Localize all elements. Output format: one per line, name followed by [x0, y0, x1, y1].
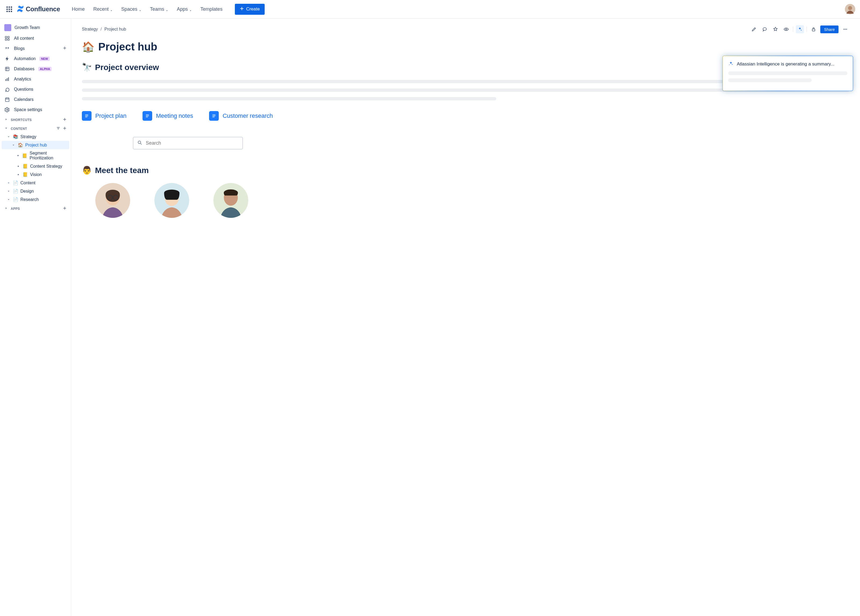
plus-icon[interactable]	[63, 46, 67, 51]
svg-rect-2	[5, 36, 7, 38]
svg-rect-11	[8, 77, 9, 81]
chevron-down-icon[interactable]	[6, 181, 11, 185]
quote-icon	[4, 45, 10, 52]
meet-team-heading: 👨 Meet the team	[82, 166, 849, 175]
lock-icon[interactable]	[810, 25, 818, 33]
svg-point-1	[848, 6, 852, 10]
watch-icon[interactable]	[782, 25, 790, 33]
tree-segment-label: Segment Prioritization	[30, 151, 67, 160]
svg-point-16	[7, 109, 8, 111]
search-input[interactable]	[146, 140, 239, 146]
sidebar-analytics[interactable]: Analytics	[2, 74, 69, 84]
svg-rect-22	[812, 29, 815, 31]
page-icon: 📄	[13, 197, 18, 202]
tree-strategy-label: Strategy	[20, 135, 36, 139]
confluence-logo[interactable]: Confluence	[17, 5, 60, 13]
page-title-text: Project hub	[98, 41, 157, 53]
tree-research-label: Research	[20, 197, 39, 202]
chevron-right-icon[interactable]	[4, 206, 8, 211]
chevron-down-icon[interactable]	[4, 126, 8, 131]
tree-vision[interactable]: • 📒 Vision	[2, 170, 69, 179]
svg-line-36	[141, 144, 142, 144]
plus-icon[interactable]	[63, 206, 67, 211]
tree-vision-label: Vision	[30, 172, 42, 177]
lightning-icon	[4, 56, 10, 62]
svg-rect-31	[146, 117, 148, 117]
sidebar-all-content-label: All content	[14, 36, 34, 41]
chevron-right-icon[interactable]	[4, 118, 8, 122]
svg-rect-4	[5, 39, 7, 41]
breadcrumb: Strategy / Project hub	[82, 27, 126, 32]
chevron-down-icon[interactable]	[6, 135, 11, 138]
tree-project-hub[interactable]: 🏠 Project hub	[2, 141, 69, 149]
chevron-down-icon[interactable]	[11, 144, 16, 147]
page-icon: 📄	[13, 180, 18, 185]
team-avatars	[82, 183, 849, 218]
sidebar-automation-label: Automation	[14, 56, 36, 61]
svg-rect-28	[85, 117, 87, 117]
chevron-down-icon[interactable]	[6, 190, 11, 193]
doc-customer-research-label: Customer research	[223, 113, 273, 119]
app-switcher-icon[interactable]	[5, 5, 13, 13]
star-icon[interactable]	[771, 25, 780, 33]
breadcrumb-current[interactable]: Project hub	[104, 27, 126, 32]
nav-apps[interactable]: Apps	[173, 4, 196, 14]
sidebar-databases[interactable]: Databases ALPHA	[2, 64, 69, 74]
filter-icon[interactable]	[56, 126, 60, 131]
sidebar-space-settings[interactable]: Space settings	[2, 105, 69, 115]
telescope-icon: 🔭	[82, 63, 92, 72]
content-section-header
-header: CONTENT	[2, 124, 69, 133]
svg-point-25	[846, 29, 847, 30]
create-button[interactable]: Create	[235, 4, 265, 15]
share-button[interactable]: Share	[820, 25, 838, 33]
sidebar-calendars[interactable]: Calendars	[2, 94, 69, 105]
nav-templates[interactable]: Templates	[197, 4, 226, 14]
team-member-avatar[interactable]	[95, 183, 130, 218]
tree-content-strategy[interactable]: • 📒 Content Strategy	[2, 162, 69, 170]
doc-customer-research[interactable]: Customer research	[209, 111, 273, 121]
tree-content-strategy-label: Content Strategy	[30, 164, 62, 169]
svg-rect-3	[8, 36, 9, 38]
tree-research[interactable]: 📄 Research	[2, 195, 69, 204]
nav-home[interactable]: Home	[68, 4, 89, 14]
tree-design-label: Design	[20, 189, 34, 194]
skeleton-line	[728, 78, 812, 82]
edit-icon[interactable]	[750, 25, 758, 33]
plus-icon[interactable]	[63, 126, 67, 131]
sidebar-databases-label: Databases	[14, 67, 35, 71]
tree-design[interactable]: 📄 Design	[2, 187, 69, 195]
doc-meeting-notes-label: Meeting notes	[156, 113, 193, 119]
user-avatar[interactable]	[845, 4, 855, 14]
nav-teams[interactable]: Teams	[146, 4, 172, 14]
team-member-avatar[interactable]	[154, 183, 189, 218]
notepad-icon: 📒	[22, 164, 28, 169]
search-box[interactable]	[133, 137, 243, 149]
team-member-avatar[interactable]	[213, 183, 248, 218]
sidebar-automation[interactable]: Automation NEW	[2, 54, 69, 64]
sidebar-questions[interactable]: Questions	[2, 84, 69, 94]
breadcrumb-parent[interactable]: Strategy	[82, 27, 98, 32]
tree-segment[interactable]: • 📒 Segment Prioritization	[2, 149, 69, 162]
doc-meeting-notes[interactable]: Meeting notes	[143, 111, 193, 121]
nav-teams-label: Teams	[150, 6, 164, 12]
sidebar-blogs[interactable]: Blogs	[2, 44, 69, 54]
ai-sparkle-icon[interactable]	[796, 25, 804, 33]
sidebar-questions-label: Questions	[14, 87, 33, 92]
more-icon[interactable]	[841, 25, 849, 33]
tree-strategy[interactable]: 📚 Strategy	[2, 133, 69, 141]
sidebar-all-content[interactable]: All content	[2, 33, 69, 44]
doc-project-plan[interactable]: Project plan	[82, 111, 126, 121]
chevron-down-icon[interactable]	[6, 198, 11, 201]
space-selector[interactable]: Growth Team	[2, 22, 69, 33]
tree-content[interactable]: 📄 Content	[2, 179, 69, 187]
chevron-down-icon	[189, 8, 192, 11]
page-icon: 📄	[13, 189, 18, 194]
nav-recent[interactable]: Recent	[89, 4, 116, 14]
plus-icon[interactable]	[63, 118, 67, 122]
nav-apps-label: Apps	[177, 6, 188, 12]
comment-icon[interactable]	[761, 25, 769, 33]
nav-spaces[interactable]: Spaces	[118, 4, 145, 14]
chat-icon	[4, 86, 10, 92]
nav-home-label: Home	[72, 6, 85, 12]
sidebar-space-settings-label: Space settings	[14, 107, 42, 112]
